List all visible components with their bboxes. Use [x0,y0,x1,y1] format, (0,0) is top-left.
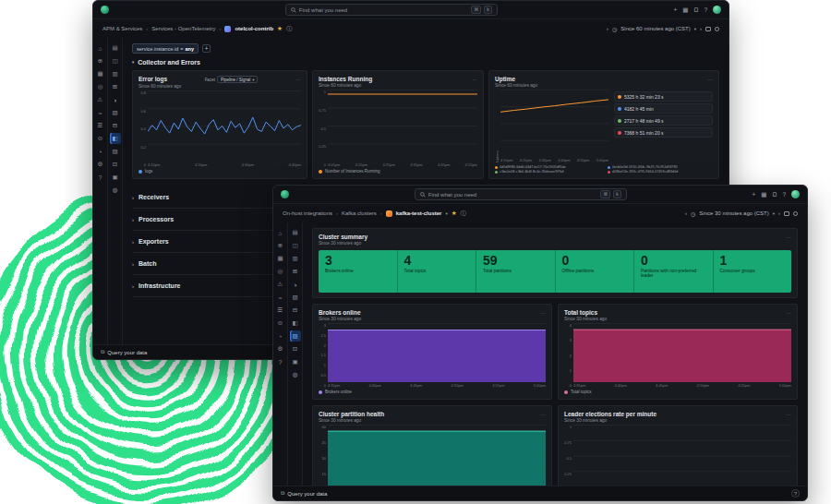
containers-icon[interactable]: ⊞ [110,81,121,92]
logs-icon[interactable]: ☰ [95,120,106,131]
grid-icon[interactable]: ▦ [761,191,766,198]
time-range-picker[interactable]: Since 30 minutes ago (CST) [699,210,768,216]
network-icon[interactable]: ▧ [290,292,301,303]
info-icon[interactable]: ⓘ [461,210,466,218]
services-icon[interactable]: ◫ [290,240,301,251]
grid-icon[interactable]: ▦ [682,6,688,14]
breadcrumb-current[interactable]: otelcol-contrib [235,26,273,31]
breadcrumb-onhost[interactable]: On-host integrations [283,210,332,216]
plus-icon[interactable]: + [753,191,756,198]
uptime-value-row[interactable]: 2717 h 48 min 49 s [614,115,713,126]
help-icon[interactable]: ? [791,489,800,498]
synthetics-icon[interactable]: ⊡ [110,159,121,170]
admin-icon[interactable]: ⚙ [95,159,106,170]
overview-icon[interactable]: ▤ [290,227,301,238]
legend-item[interactable]: 0d5d8986-6dd0-44d7-bc57-70c5905d91dc [495,165,600,169]
time-forward-button[interactable]: › [778,210,780,216]
synthetics-icon[interactable]: ⊡ [290,343,301,354]
traces-icon[interactable]: ⊙ [95,133,106,144]
integrations-icon[interactable]: ▨ [110,146,121,157]
panel-menu-icon[interactable]: … [540,309,546,315]
processes-icon[interactable]: ◑ [110,94,121,105]
bell-icon[interactable]: Ω [694,6,699,13]
settings-icon[interactable]: ▣ [290,356,301,367]
metrics-icon[interactable]: ≈ [95,107,106,118]
legend-item[interactable]: d18be53e-393c-47f5-9664-47459cd83d0d [608,170,713,174]
breadcrumb-kafka-clusters[interactable]: Kafka clusters [342,210,377,216]
explore-icon[interactable]: ◎ [275,266,286,277]
favorite-star-icon[interactable]: ★ [452,210,457,217]
query-your-data-button[interactable]: ⧉ Query your data [101,349,147,355]
facet-select[interactable]: Pipeline / Signal ▾ [217,76,259,83]
uptime-value-row[interactable]: 5325 h 32 min 23 s [614,91,713,102]
hosts-icon[interactable]: ▥ [110,68,121,79]
search-input[interactable]: Find what you need ⌘ k [285,4,498,16]
integrations-icon[interactable]: ▨ [290,330,301,342]
time-back-button[interactable]: ‹ [607,26,608,31]
create-icon[interactable]: ⊕ [275,240,286,251]
time-back-button[interactable]: ‹ [685,210,687,216]
bell-icon[interactable]: Ω [773,191,777,198]
query-your-data-button[interactable]: ⧉ Query your data [281,490,327,497]
help-icon[interactable]: ? [782,191,786,198]
logs-icon[interactable]: ☰ [275,305,286,316]
legend-item[interactable]: 0ecb0a9d-1910-434c-9b29-7fc951d93781 [608,165,713,169]
metrics-icon[interactable]: ≈ [275,292,286,303]
add-filter-button[interactable]: + [202,44,211,53]
admin-icon[interactable]: ⚙ [275,343,286,354]
hosts-icon[interactable]: ▥ [290,253,301,264]
grafana-logo[interactable] [281,190,289,198]
filter-pill[interactable]: service.instance.id = any [132,43,199,54]
home-icon[interactable]: ⌂ [275,227,286,238]
uptime-value-row[interactable]: 4182 h 45 min [614,103,713,114]
panel-menu-icon[interactable]: … [786,234,791,239]
panel-menu-icon[interactable]: … [472,76,477,81]
comment-icon[interactable] [705,27,711,31]
help-icon[interactable]: ? [95,172,106,183]
apm-icon[interactable]: ◧ [290,318,301,329]
alerting-icon[interactable]: ⚠ [275,279,286,290]
traces-icon[interactable]: ⊙ [275,318,286,329]
panel-menu-icon[interactable]: … [786,411,791,416]
create-icon[interactable]: ⊕ [95,55,106,66]
legend-item[interactable]: c1bc0a18-c3b4-4b4f-8c4e-35deaee9f7b4 [495,170,600,174]
dashboards-icon[interactable]: ▦ [275,253,286,264]
overview-icon[interactable]: ▤ [110,42,121,54]
containers-icon[interactable]: ⊞ [290,266,301,277]
explore-icon[interactable]: ◎ [95,81,106,92]
search-input[interactable]: Find what you need ⌘ k [415,188,627,200]
alerting-icon[interactable]: ⚠ [95,94,106,105]
breadcrumb-apm-services[interactable]: APM & Services [102,26,142,31]
info-icon[interactable]: ⓘ [286,25,292,33]
storage-icon[interactable]: ⊟ [290,305,301,316]
services-icon[interactable]: ◫ [110,55,121,66]
panel-menu-icon[interactable]: … [786,309,791,315]
user-avatar[interactable] [713,6,721,14]
profiles-icon[interactable]: ◔ [275,330,286,342]
feedback-icon[interactable]: ◍ [110,185,121,196]
breadcrumb-current[interactable]: kafka-test-cluster [396,210,442,216]
plus-icon[interactable]: + [674,6,678,13]
comment-icon[interactable] [784,211,789,216]
panel-menu-icon[interactable]: … [707,76,713,81]
help-icon[interactable]: ? [704,6,707,13]
panel-menu-icon[interactable]: … [295,76,301,81]
profiles-icon[interactable]: ◔ [95,146,106,157]
apm-icon[interactable]: ◧ [110,133,121,144]
help-icon[interactable]: ? [275,356,286,367]
share-icon[interactable] [715,27,719,31]
section-collector-errors[interactable]: ▾ Collector and Errors [132,59,719,66]
user-avatar[interactable] [791,190,800,198]
dashboards-icon[interactable]: ▦ [95,68,106,79]
storage-icon[interactable]: ⊟ [110,120,121,131]
processes-icon[interactable]: ◑ [290,279,301,290]
feedback-icon[interactable]: ◍ [290,369,301,380]
settings-icon[interactable]: ▣ [110,172,121,183]
time-range-picker[interactable]: Since 60 minutes ago (CST) [620,26,690,31]
time-forward-button[interactable]: › [700,26,702,31]
home-icon[interactable]: ⌂ [95,42,106,54]
network-icon[interactable]: ▧ [110,107,121,118]
panel-menu-icon[interactable]: … [540,411,546,416]
uptime-value-row[interactable]: 7368 h 51 min 20 s [614,127,713,138]
grafana-logo[interactable] [101,6,109,14]
